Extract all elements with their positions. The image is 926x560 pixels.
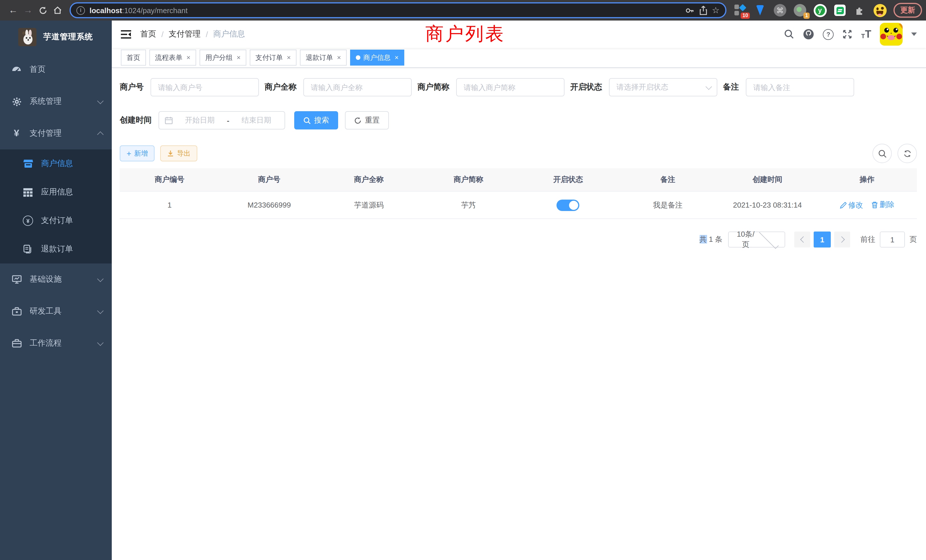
app-logo: 芋道管理系统: [0, 21, 112, 54]
url-bar[interactable]: i localhost:1024/pay/merchant ☆: [70, 2, 726, 18]
tab-label: 商户信息: [363, 53, 390, 62]
sidebar-item-merchant-info[interactable]: 商户信息: [0, 150, 112, 178]
sidebar-item-devtools[interactable]: 研发工具: [0, 295, 112, 327]
tab-user-group[interactable]: 用户分组×: [200, 50, 246, 65]
url-text[interactable]: localhost:1024/pay/merchant: [89, 6, 680, 15]
full-name-input[interactable]: [303, 78, 412, 96]
magnifier-icon: [878, 149, 887, 158]
extension-y-icon[interactable]: y: [813, 3, 827, 17]
button-label: 删除: [879, 200, 894, 210]
cell-merchant-id: 1: [120, 191, 219, 219]
status-select[interactable]: 请选择开启状态: [609, 78, 717, 96]
fullscreen-icon[interactable]: [843, 29, 853, 39]
page-size-select[interactable]: 10条/页: [728, 232, 785, 248]
extension-emoji-icon[interactable]: [873, 3, 887, 17]
page-jumper: 前往 页: [861, 232, 917, 248]
site-info-icon[interactable]: i: [76, 6, 85, 15]
tab-home[interactable]: 首页: [121, 50, 146, 65]
sidebar-fold-icon[interactable]: [121, 30, 131, 38]
page-content: 商户号 商户全称 商户简称 开启状态 请选择开启状态: [112, 68, 926, 560]
extension-gem-icon[interactable]: [753, 3, 767, 17]
extension-badge: 10: [741, 12, 750, 19]
password-key-icon[interactable]: [684, 5, 694, 15]
col-actions: 操作: [817, 168, 917, 191]
filter-created-time: 创建时间 开始日期 - 结束日期: [120, 111, 285, 129]
show-search-button[interactable]: [872, 144, 892, 163]
close-icon[interactable]: ×: [395, 54, 399, 61]
reload-icon[interactable]: [35, 3, 50, 18]
yen-circle-icon: ¥: [23, 216, 33, 226]
user-avatar[interactable]: [880, 23, 903, 45]
sidebar-item-app-info[interactable]: 应用信息: [0, 178, 112, 206]
chrome-update-button[interactable]: 更新: [894, 3, 922, 18]
filter-full-name: 商户全称: [265, 78, 412, 96]
merchant-table: 商户编号 商户号 商户全称 商户简称 开启状态 备注 创建时间 操作 1: [120, 168, 917, 219]
date-start-placeholder[interactable]: 开始日期: [177, 115, 222, 126]
extensions-puzzle-icon[interactable]: [853, 3, 867, 17]
sidebar-item-label: 商户信息: [41, 159, 73, 169]
sidebar-item-system[interactable]: 系统管理: [0, 86, 112, 118]
total-prefix: 共: [699, 235, 707, 244]
add-button[interactable]: + 新增: [120, 145, 154, 161]
refresh-table-button[interactable]: [897, 144, 917, 163]
extension-blocks-icon[interactable]: 10: [733, 3, 747, 17]
search-button[interactable]: 搜索: [294, 111, 338, 129]
close-icon[interactable]: ×: [237, 54, 241, 61]
short-name-input[interactable]: [456, 78, 564, 96]
cell-created-at: 2021-10-23 08:31:14: [717, 191, 817, 219]
close-icon[interactable]: ×: [186, 54, 191, 61]
avatar-caret-icon[interactable]: [911, 32, 917, 36]
button-label: 修改: [848, 200, 863, 210]
reset-button[interactable]: 重置: [345, 111, 389, 129]
sidebar-item-home[interactable]: 首页: [0, 54, 112, 86]
sidebar-item-label: 支付管理: [30, 128, 90, 139]
page-number-1[interactable]: 1: [814, 232, 831, 248]
dashboard-icon: [11, 64, 22, 75]
bookmark-star-icon[interactable]: ☆: [712, 5, 720, 15]
sidebar-item-label: 研发工具: [30, 306, 90, 316]
delete-button[interactable]: 删除: [871, 200, 894, 210]
next-page-button[interactable]: [834, 232, 850, 248]
sidebar-item-pay-order[interactable]: ¥ 支付订单: [0, 206, 112, 235]
back-icon[interactable]: ←: [6, 3, 21, 18]
goto-page-input[interactable]: [880, 232, 905, 248]
extension-command-icon[interactable]: ⌘: [773, 3, 787, 17]
merchant-no-input[interactable]: [151, 78, 259, 96]
cell-actions: 修改 删除: [817, 191, 917, 219]
help-icon[interactable]: ?: [823, 29, 834, 39]
extension-recorder-icon[interactable]: 1: [793, 3, 807, 17]
recorder-badge: 1: [803, 12, 809, 19]
chevron-up-icon: [97, 132, 104, 138]
sidebar-item-pay[interactable]: ¥ 支付管理: [0, 118, 112, 150]
tab-label: 支付订单: [256, 53, 283, 62]
filter-merchant-no: 商户号: [120, 78, 259, 96]
extension-chat-icon[interactable]: [833, 3, 847, 17]
tab-merchant-info[interactable]: 商户信息×: [350, 50, 404, 65]
tab-pay-order[interactable]: 支付订单×: [250, 50, 297, 65]
status-toggle[interactable]: [557, 199, 580, 211]
breadcrumb-pay[interactable]: 支付管理: [169, 29, 201, 39]
date-end-placeholder[interactable]: 结束日期: [234, 115, 279, 126]
col-remark: 备注: [618, 168, 718, 191]
forward-icon[interactable]: →: [21, 3, 35, 18]
cell-short-name: 芋艿: [419, 191, 519, 219]
edit-button[interactable]: 修改: [840, 200, 863, 210]
remark-input[interactable]: [746, 78, 854, 96]
search-icon[interactable]: [784, 29, 794, 39]
date-range-picker[interactable]: 开始日期 - 结束日期: [159, 111, 285, 129]
home-icon[interactable]: [50, 3, 65, 18]
sidebar-item-refund-order[interactable]: 退款订单: [0, 235, 112, 263]
github-icon[interactable]: [803, 29, 814, 40]
sidebar-item-workflow[interactable]: 工作流程: [0, 327, 112, 359]
close-icon[interactable]: ×: [287, 54, 291, 61]
share-icon[interactable]: [699, 5, 707, 15]
breadcrumb-current: 商户信息: [213, 29, 245, 39]
tab-refund-order[interactable]: 退款订单×: [300, 50, 346, 65]
font-size-icon[interactable]: TT: [861, 29, 871, 39]
sidebar-item-infra[interactable]: 基础设施: [0, 263, 112, 295]
export-button[interactable]: 导出: [160, 145, 197, 161]
prev-page-button[interactable]: [794, 232, 810, 248]
tab-process-form[interactable]: 流程表单×: [150, 50, 196, 65]
close-icon[interactable]: ×: [337, 54, 341, 61]
breadcrumb-home[interactable]: 首页: [140, 29, 156, 39]
